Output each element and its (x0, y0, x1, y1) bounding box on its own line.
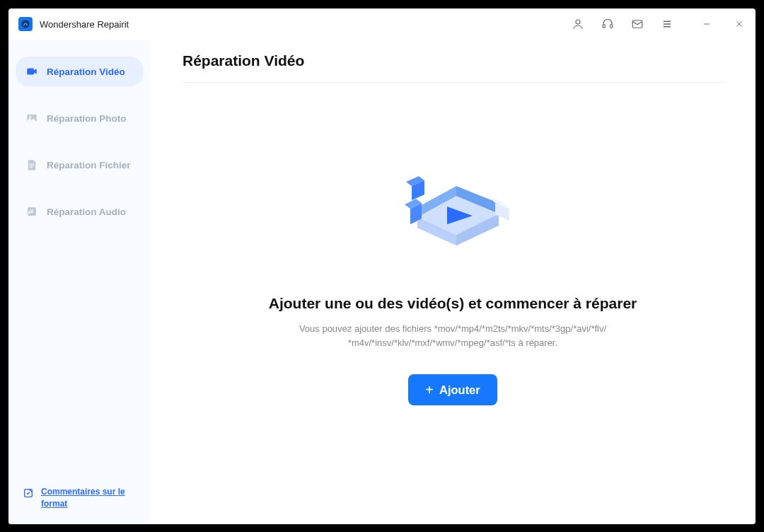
add-button[interactable]: + Ajouter (408, 374, 497, 405)
svg-rect-16 (30, 167, 33, 168)
close-icon[interactable] (733, 18, 746, 30)
body: Réparation Vidéo Réparation Photo Répara… (8, 40, 756, 524)
svg-point-13 (29, 116, 31, 118)
svg-point-0 (21, 20, 30, 28)
headset-icon[interactable] (601, 18, 614, 30)
mail-icon[interactable] (631, 18, 644, 30)
sidebar-item-audio[interactable]: Réparation Audio (16, 197, 143, 226)
plus-icon: + (425, 383, 434, 397)
main: Réparation Vidéo (150, 40, 756, 524)
sidebar-item-label: Réparation Photo (47, 113, 127, 124)
menu-icon[interactable] (661, 18, 673, 30)
sidebar: Réparation Vidéo Réparation Photo Répara… (8, 40, 150, 524)
video-icon (25, 65, 38, 78)
drop-heading: Ajouter une ou des vidéo(s) et commencer… (269, 295, 637, 312)
audio-icon (25, 205, 38, 218)
sidebar-items: Réparation Vidéo Réparation Photo Répara… (16, 57, 143, 482)
sidebar-item-video[interactable]: Réparation Vidéo (16, 57, 143, 86)
titlebar-left: Wondershare Repairit (18, 17, 129, 31)
user-icon[interactable] (572, 18, 584, 30)
svg-rect-2 (603, 25, 605, 28)
page-title: Réparation Vidéo (183, 52, 723, 83)
sidebar-item-label: Réparation Audio (47, 207, 126, 217)
sidebar-item-file[interactable]: Réparation Fichier (16, 150, 143, 180)
svg-rect-3 (610, 25, 613, 28)
titlebar-right (572, 18, 746, 30)
titlebar: Wondershare Repairit (8, 8, 756, 40)
feedback-link[interactable]: Commentaires sur le format (41, 486, 136, 510)
minimize-icon[interactable] (700, 18, 713, 30)
sidebar-item-label: Réparation Vidéo (47, 66, 125, 77)
video-illustration-icon (382, 146, 523, 260)
feedback-icon (23, 487, 34, 499)
drop-subtext: Vous pouvez ajouter des fichiers *mov/*m… (283, 322, 623, 350)
app-logo-icon (18, 17, 33, 31)
app-title: Wondershare Repairit (40, 19, 129, 30)
svg-rect-4 (632, 21, 642, 28)
svg-point-1 (576, 20, 580, 24)
add-button-label: Ajouter (439, 383, 480, 397)
svg-rect-14 (30, 164, 34, 165)
app-window: Wondershare Repairit (8, 8, 756, 524)
photo-icon (25, 112, 38, 125)
svg-rect-15 (30, 166, 34, 166)
sidebar-item-photo[interactable]: Réparation Photo (16, 103, 143, 133)
file-icon (25, 158, 38, 171)
drop-zone[interactable]: Ajouter une ou des vidéo(s) et commencer… (183, 83, 723, 511)
sidebar-footer: Commentaires sur le format (16, 482, 143, 514)
sidebar-item-label: Réparation Fichier (47, 160, 131, 170)
svg-rect-11 (27, 69, 34, 75)
window-controls (700, 18, 746, 30)
